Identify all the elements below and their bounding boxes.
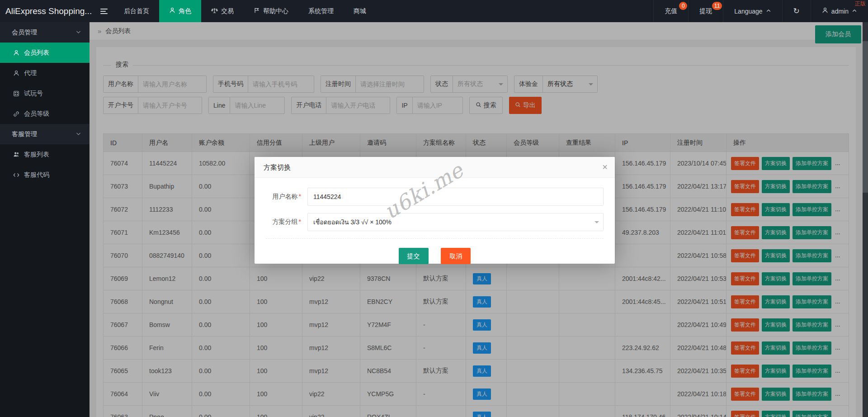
username-form-row: 用户名称* — [266, 188, 604, 206]
plan-group-field-label: 方案分组* — [266, 218, 301, 226]
username-input[interactable] — [307, 188, 604, 206]
nav-item[interactable]: 角色 — [159, 0, 201, 22]
sidebar-item-label: 试玩号 — [24, 90, 43, 98]
top-navbar: AliExpress Shopping... 后台首页角色交易帮助中心系统管理商… — [0, 0, 868, 22]
nav-item[interactable]: 帮助中心 — [244, 0, 298, 22]
nav-item-label: 帮助中心 — [263, 7, 288, 15]
nav-item-label: 交易 — [221, 7, 234, 15]
close-icon[interactable]: × — [602, 157, 608, 178]
nav-item-label: 商城 — [354, 7, 366, 15]
license-badge: 正版 — [855, 0, 866, 7]
sidebar-group[interactable]: 客服管理 — [0, 124, 90, 144]
sidebar-item[interactable]: 代理 — [0, 63, 90, 83]
modal-divider — [266, 238, 604, 239]
recharge-badge: 0 — [679, 2, 687, 10]
sidebar-group-label: 会员管理 — [12, 28, 37, 37]
sidebar-item[interactable]: 客服代码 — [0, 165, 90, 185]
recharge-menu-item[interactable]: 充值 0 — [653, 0, 688, 22]
navbar-right: 充值 0 提现 11 Language ↻ admin — [653, 0, 868, 22]
refresh-button[interactable]: ↻ — [782, 0, 811, 22]
submit-button[interactable]: 提交 — [399, 248, 429, 264]
cancel-button[interactable]: 取消 — [441, 248, 471, 264]
refresh-icon: ↻ — [793, 6, 800, 16]
language-label: Language — [734, 8, 762, 15]
sidebar-item-label: 代理 — [24, 69, 37, 77]
person-icon — [169, 7, 175, 15]
code-icon — [13, 172, 20, 178]
sidebar-item[interactable]: 会员列表 — [0, 43, 90, 63]
chevron-up-icon — [766, 8, 771, 15]
plan-group-form-row: 方案分组* เชื่อดยอดเงิน 3/3 √√ × 100% — [266, 213, 604, 231]
nav-item[interactable]: 商城 — [344, 0, 376, 22]
sidebar-group-label: 客服管理 — [12, 130, 37, 138]
nav-item-label: 后台首页 — [124, 7, 149, 15]
nav-item-label: 系统管理 — [308, 7, 334, 15]
nav-item[interactable]: 后台首页 — [114, 0, 159, 22]
nav-item-label: 角色 — [179, 7, 191, 15]
required-mark: * — [299, 218, 301, 225]
modal-body: 用户名称* 方案分组* เชื่อดยอดเงิน 3/3 √√ × 100% … — [255, 178, 615, 264]
sidebar-group[interactable]: 会员管理 — [0, 22, 90, 43]
chevron-down-icon — [75, 131, 81, 138]
app-title: AliExpress Shopping... — [0, 0, 95, 22]
sidebar-item[interactable]: 会员等级 — [0, 104, 90, 124]
chevron-down-icon — [594, 221, 599, 226]
username-field-label: 用户名称* — [266, 193, 301, 201]
admin-username: admin — [831, 8, 849, 15]
sidebar-item-label: 客服代码 — [24, 171, 49, 179]
sidebar-item-label: 会员列表 — [24, 49, 49, 57]
chevron-up-icon — [852, 8, 857, 15]
scales-icon — [211, 7, 218, 15]
dice-icon — [13, 90, 20, 97]
plan-switch-modal: 方案切换 × 用户名称* 方案分组* เชื่อดยอดเงิน 3/3 √√ … — [255, 157, 615, 264]
user-icon — [13, 70, 20, 76]
chevron-down-icon — [75, 29, 81, 36]
modal-buttons: 提交 取消 — [266, 248, 604, 264]
plan-group-select[interactable]: เชื่อดยอดเงิน 3/3 √√ × 100% — [307, 213, 604, 231]
language-dropdown[interactable]: Language — [723, 0, 782, 22]
flag-icon — [254, 7, 260, 15]
plan-group-selected-value: เชื่อดยอดเงิน 3/3 √√ × 100% — [313, 217, 392, 227]
withdraw-menu-item[interactable]: 提现 11 — [688, 0, 723, 22]
sidebar-item[interactable]: 试玩号 — [0, 83, 90, 104]
withdraw-label: 提现 — [699, 7, 712, 15]
sidebar: 会员管理会员列表代理试玩号会员等级客服管理客服列表客服代码 — [0, 22, 90, 417]
sidebar-item-label: 会员等级 — [24, 110, 49, 118]
modal-title: 方案切换 — [255, 157, 615, 178]
sidebar-item[interactable]: 客服列表 — [0, 144, 90, 165]
required-mark: * — [299, 193, 301, 200]
recharge-label: 充值 — [665, 7, 677, 15]
nav-item[interactable]: 系统管理 — [298, 0, 344, 22]
hamburger-menu-icon[interactable] — [95, 0, 114, 22]
user-icon — [822, 7, 828, 15]
nav-item[interactable]: 交易 — [201, 0, 244, 22]
top-menu: 后台首页角色交易帮助中心系统管理商城 — [114, 0, 376, 22]
withdraw-badge: 11 — [712, 2, 722, 10]
user-icon — [13, 50, 20, 56]
link-icon — [13, 111, 20, 117]
users-icon — [13, 151, 20, 158]
sidebar-item-label: 客服列表 — [24, 151, 49, 159]
